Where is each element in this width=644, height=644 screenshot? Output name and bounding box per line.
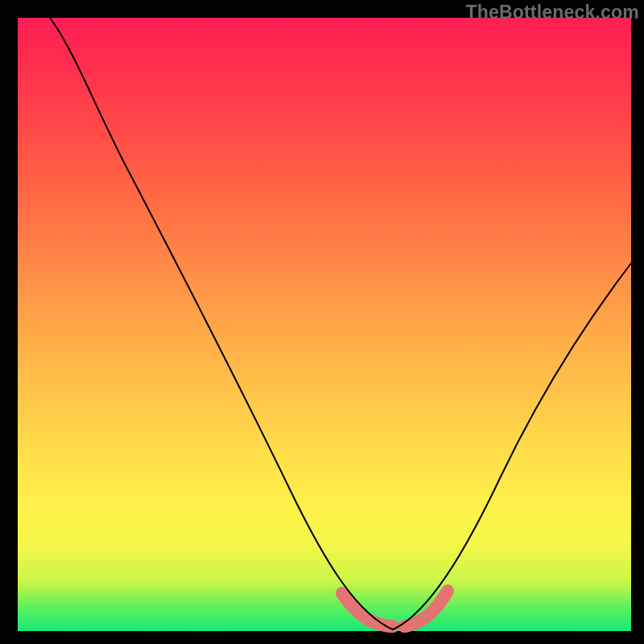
plot-area: [18, 18, 631, 631]
watermark-label: TheBottleneck.com: [465, 2, 639, 23]
curve-layer: [18, 18, 631, 631]
optimal-zone-highlight-right: [404, 591, 448, 626]
optimal-zone-highlight: [342, 593, 393, 626]
bottleneck-curve: [50, 18, 631, 630]
chart-frame: TheBottleneck.com: [0, 0, 644, 644]
